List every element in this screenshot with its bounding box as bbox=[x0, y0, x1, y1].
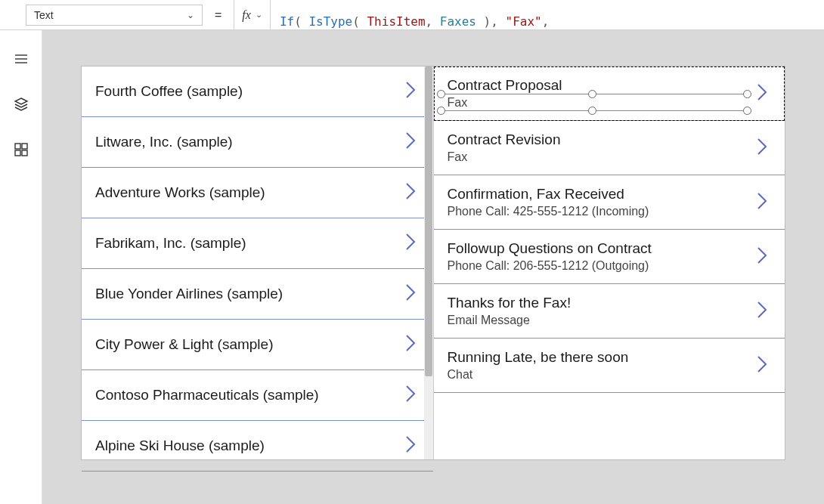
chevron-right-icon[interactable] bbox=[756, 191, 768, 214]
selection-handle[interactable] bbox=[743, 107, 751, 115]
item-title: Alpine Ski House (sample) bbox=[95, 431, 397, 460]
item-subtitle: Phone Call: 206-555-1212 (Outgoing) bbox=[448, 259, 749, 273]
property-selector[interactable]: Text ⌄ bbox=[26, 5, 203, 26]
svg-rect-4 bbox=[15, 144, 20, 149]
equals-sign: = bbox=[212, 8, 225, 22]
chevron-down-icon: ⌄ bbox=[187, 10, 194, 20]
selection-handle[interactable] bbox=[437, 107, 445, 115]
layers-icon[interactable] bbox=[14, 97, 29, 115]
item-subtitle: Phone Call: 425-555-1212 (Incoming) bbox=[448, 205, 749, 218]
item-subtitle: Fax bbox=[448, 96, 749, 110]
item-title: Thanks for the Fax! bbox=[448, 295, 749, 311]
selection-handle[interactable] bbox=[437, 90, 445, 98]
workspace: Fourth Coffee (sample)Litware, Inc. (sam… bbox=[0, 30, 824, 504]
chevron-right-icon[interactable] bbox=[404, 131, 417, 153]
list-item[interactable]: Contract ProposalFax bbox=[434, 66, 785, 121]
list-item[interactable]: Litware, Inc. (sample) bbox=[82, 117, 433, 168]
chevron-right-icon[interactable] bbox=[404, 434, 417, 457]
chevron-right-icon[interactable] bbox=[404, 80, 417, 103]
item-title: Litware, Inc. (sample) bbox=[95, 128, 397, 156]
chevron-right-icon[interactable] bbox=[404, 181, 417, 204]
components-icon[interactable] bbox=[14, 142, 29, 160]
selection-handle[interactable] bbox=[588, 107, 596, 115]
accounts-gallery[interactable]: Fourth Coffee (sample)Litware, Inc. (sam… bbox=[82, 66, 434, 459]
list-item[interactable]: Adventure Works (sample) bbox=[82, 168, 433, 218]
chevron-down-icon: ⌄ bbox=[256, 10, 262, 20]
list-item[interactable]: Confirmation, Fax ReceivedPhone Call: 42… bbox=[434, 175, 785, 230]
svg-rect-6 bbox=[15, 150, 20, 156]
chevron-right-icon[interactable] bbox=[404, 283, 417, 305]
item-title: Contoso Pharmaceuticals (sample) bbox=[95, 381, 397, 410]
item-title: Confirmation, Fax Received bbox=[448, 186, 749, 203]
item-title: City Power & Light (sample) bbox=[95, 330, 397, 359]
list-item[interactable]: Running Late, be there soonChat bbox=[434, 339, 785, 393]
item-title: Contract Proposal bbox=[448, 77, 749, 94]
activities-gallery[interactable]: Contract ProposalFaxContract RevisionFax… bbox=[434, 66, 785, 459]
item-subtitle: Chat bbox=[448, 368, 749, 382]
list-item[interactable]: Thanks for the Fax!Email Message bbox=[434, 284, 785, 339]
chevron-right-icon[interactable] bbox=[404, 384, 417, 407]
item-subtitle: Email Message bbox=[448, 314, 749, 327]
list-item[interactable]: Contoso Pharmaceuticals (sample) bbox=[82, 370, 433, 421]
selection-handle[interactable] bbox=[743, 90, 751, 98]
canvas[interactable]: Fourth Coffee (sample)Litware, Inc. (sam… bbox=[42, 30, 824, 504]
list-item[interactable]: Blue Yonder Airlines (sample) bbox=[82, 269, 433, 320]
property-selector-label: Text bbox=[34, 9, 54, 21]
list-item[interactable]: City Power & Light (sample) bbox=[82, 320, 433, 370]
selection-handle-line bbox=[441, 110, 752, 111]
chevron-right-icon[interactable] bbox=[756, 300, 768, 323]
item-title: Followup Questions on Contract bbox=[448, 240, 749, 257]
list-item[interactable]: Fourth Coffee (sample) bbox=[82, 66, 433, 117]
scrollbar-thumb[interactable] bbox=[425, 66, 432, 376]
item-title: Fabrikam, Inc. (sample) bbox=[95, 229, 397, 258]
chevron-right-icon[interactable] bbox=[756, 82, 768, 105]
list-item[interactable]: Fabrikam, Inc. (sample) bbox=[82, 218, 433, 269]
formula-input[interactable]: If( IsType( ThisItem, Faxes ), "Fax", Is… bbox=[280, 0, 824, 30]
item-title: Fourth Coffee (sample) bbox=[95, 77, 397, 106]
item-title: Adventure Works (sample) bbox=[95, 178, 397, 207]
hamburger-icon[interactable] bbox=[14, 51, 29, 70]
formula-bar: Text ⌄ = fx ⌄ If( IsType( ThisItem, Faxe… bbox=[0, 0, 824, 30]
fx-button[interactable]: fx ⌄ bbox=[234, 0, 271, 30]
item-title: Running Late, be there soon bbox=[448, 349, 749, 366]
chevron-right-icon[interactable] bbox=[756, 137, 768, 159]
svg-rect-7 bbox=[22, 150, 27, 156]
left-rail bbox=[0, 30, 42, 504]
fx-label: fx bbox=[242, 8, 251, 22]
chevron-right-icon[interactable] bbox=[404, 232, 417, 255]
chevron-right-icon[interactable] bbox=[756, 246, 768, 268]
list-item[interactable]: Followup Questions on ContractPhone Call… bbox=[434, 230, 785, 284]
item-title: Blue Yonder Airlines (sample) bbox=[95, 280, 397, 308]
app-frame: Fourth Coffee (sample)Litware, Inc. (sam… bbox=[82, 66, 785, 459]
selection-handle[interactable] bbox=[588, 90, 596, 98]
list-item[interactable]: Contract RevisionFax bbox=[434, 121, 785, 175]
chevron-right-icon[interactable] bbox=[756, 354, 768, 377]
selection-handle-line bbox=[441, 94, 752, 94]
item-title: Contract Revision bbox=[448, 131, 749, 148]
list-item[interactable]: Alpine Ski House (sample) bbox=[82, 421, 433, 472]
svg-rect-5 bbox=[22, 144, 27, 149]
item-subtitle: Fax bbox=[448, 150, 749, 164]
chevron-right-icon[interactable] bbox=[404, 333, 417, 356]
scrollbar[interactable] bbox=[424, 66, 433, 459]
svg-marker-3 bbox=[15, 98, 27, 104]
